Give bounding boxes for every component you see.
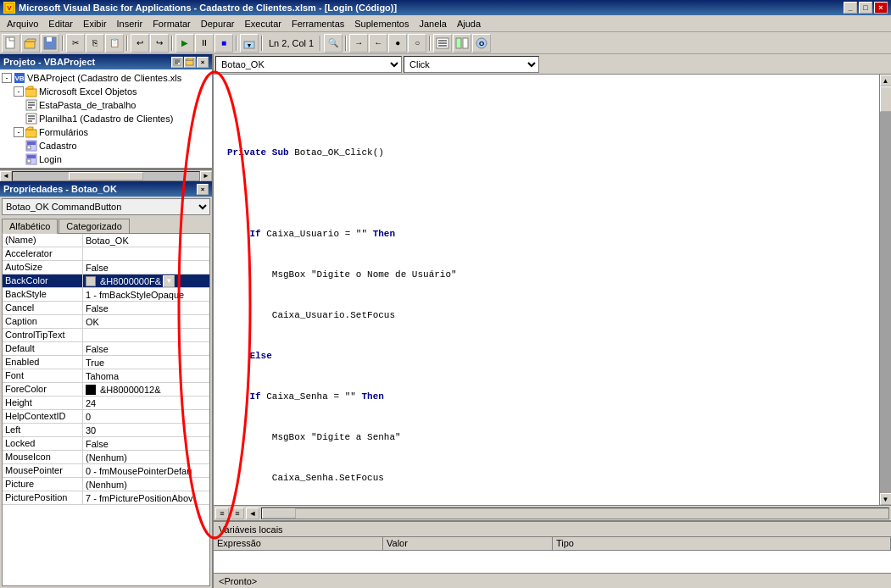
tree-hscroll-track[interactable] [12,171,200,181]
object-browser[interactable]: O [472,34,491,53]
toggle-breakpoint[interactable]: ● [388,34,407,53]
tree-item-planilha1[interactable]: Planilha1 (Cadastro de Clientes) [2,112,210,125]
code-editor[interactable]: Private Sub Botao_OK_Click() If Caixa_Us… [214,75,879,505]
menu-executar[interactable]: Executar [240,17,287,31]
code-bottom-btn-3[interactable]: ◄ [246,508,259,519]
maximize-button[interactable]: □ [859,2,872,14]
props-row-enabled[interactable]: Enabled True [3,356,209,369]
vscroll-up-btn[interactable]: ▲ [880,75,892,86]
menu-arquivo[interactable]: Arquivo [2,17,43,31]
minimize-button[interactable]: _ [844,2,857,14]
find-button[interactable]: 🔍 [324,34,342,53]
props-row-locked[interactable]: Locked False [3,437,209,451]
menu-inserir[interactable]: Inserir [112,17,148,31]
props-row-font[interactable]: Font Tahoma [3,369,209,383]
props-value-mousepointer: 0 - fmMousePointerDefau [83,464,209,477]
props-row-mouseicon[interactable]: MouseIcon (Nenhum) [3,451,209,464]
view-code-button[interactable] [171,57,183,68]
paste-button[interactable]: 📋 [105,34,124,53]
props-row-autosize[interactable]: AutoSize False [3,261,209,275]
menu-exibir[interactable]: Exibir [78,17,112,31]
separator-5 [261,36,263,51]
tree-item-vbaproject[interactable]: - VB VBAProject (Cadastro de Clientes.xl… [2,71,210,85]
cut-button[interactable]: ✂ [66,34,85,53]
menu-janela[interactable]: Janela [415,17,452,31]
vscroll-down-btn[interactable]: ▼ [880,493,892,505]
props-row-caption[interactable]: Caption OK [3,315,209,329]
props-row-controltiptext[interactable]: ControlTipText [3,329,209,342]
tree-toggle-excel-objects[interactable]: - [14,86,24,97]
close-button[interactable]: × [874,2,888,14]
project-tree[interactable]: - VB VBAProject (Cadastro de Clientes.xl… [0,69,212,169]
tree-hscroll-thumb[interactable] [69,172,143,180]
undo-button[interactable]: ↩ [131,34,149,53]
clear-all-breakpoints[interactable]: ○ [408,34,426,53]
props-row-left[interactable]: Left 30 [3,424,209,437]
props-row-picture[interactable]: Picture (Nenhum) [3,478,209,491]
open-button[interactable] [21,34,40,53]
tree-toggle-vbaproject[interactable]: - [2,73,12,83]
props-row-forecolor[interactable]: ForeColor &H80000012& [3,383,209,397]
properties-close-button[interactable]: × [197,184,209,195]
props-row-helpcontextid[interactable]: HelpContextID 0 [3,410,209,424]
props-row-pictureposition[interactable]: PicturePosition 7 - fmPicturePositionAbo… [3,491,209,505]
save-button[interactable] [41,34,59,53]
code-bottom-btn-1[interactable]: ≡ [215,508,229,519]
props-row-cancel[interactable]: Cancel False [3,302,209,315]
code-bottom-btn-2[interactable]: ≡ [231,508,244,519]
vscroll-thumb[interactable] [880,86,892,112]
pause-button[interactable]: ⏸ [195,34,214,53]
indent-button[interactable]: → [349,34,368,53]
menu-depurar[interactable]: Depurar [196,17,240,31]
props-row-accelerator[interactable]: Accelerator [3,247,209,261]
project-close-button[interactable]: × [197,57,209,68]
tree-toggle-formularios[interactable]: - [14,127,24,137]
title-controls: _ □ × [844,2,888,14]
props-row-mousepointer[interactable]: MousePointer 0 - fmMousePointerDefau [3,464,209,478]
new-button[interactable] [2,34,20,53]
menu-formatar[interactable]: Formatar [148,17,196,31]
stop-button[interactable]: ■ [214,34,233,53]
properties-window[interactable] [453,34,471,53]
toggle-folders-button[interactable] [184,57,196,68]
tab-categorizado[interactable]: Categorizado [58,219,129,233]
svg-rect-5 [25,42,35,48]
props-value-backcolor: &H8000000F& ▼ [83,275,209,287]
project-explorer[interactable] [433,34,452,53]
design-button[interactable]: ▼ [240,34,259,53]
menu-ferramentas[interactable]: Ferramentas [287,17,349,31]
code-vscrollbar[interactable]: ▲ ▼ [879,75,891,505]
copy-button[interactable]: ⎘ [86,34,104,53]
menu-ajuda[interactable]: Ajuda [452,17,486,31]
props-row-name[interactable]: (Name) Botao_OK [3,234,209,247]
hscroll-left-btn[interactable]: ◄ [0,171,12,181]
object-combo[interactable]: Botao_OK [215,56,402,73]
tree-item-estapasta[interactable]: EstaPasta_de_trabalho [2,98,210,112]
props-value-helpcontextid: 0 [83,410,209,423]
menu-suplementos[interactable]: Suplementos [349,17,414,31]
procedure-combo[interactable]: Click [404,56,539,73]
title-text: Microsoft Visual Basic for Applications … [19,3,397,13]
backcolor-swatch [86,276,96,286]
tree-item-login[interactable]: Login [2,153,210,166]
redo-button[interactable]: ↪ [150,34,169,53]
props-row-height[interactable]: Height 24 [3,397,209,410]
code-hscroll-thumb[interactable] [262,508,296,519]
props-value-enabled: True [83,356,209,369]
props-value-controltiptext [83,329,209,341]
hscroll-right-btn[interactable]: ► [200,171,212,181]
tree-item-formularios[interactable]: - Formulários [2,125,210,139]
props-row-backcolor[interactable]: BackColor &H8000000F& ▼ [3,275,209,288]
menu-editar[interactable]: Editar [43,17,78,31]
vscroll-track[interactable] [880,86,892,493]
code-hscroll-track[interactable] [261,508,889,519]
tree-item-cadastro[interactable]: Cadastro [2,139,210,153]
tree-item-excel-objects[interactable]: - Microsoft Excel Objetos [2,85,210,98]
props-object-selector[interactable]: Botao_OK CommandButton [2,198,210,215]
backcolor-dropdown[interactable]: ▼ [163,275,175,287]
run-button[interactable]: ▶ [175,34,194,53]
props-row-backstyle[interactable]: BackStyle 1 - fmBackStyleOpaque [3,288,209,302]
outdent-button[interactable]: ← [369,34,387,53]
props-row-default[interactable]: Default False [3,342,209,356]
tab-alfabetico[interactable]: Alfabético [2,219,58,234]
